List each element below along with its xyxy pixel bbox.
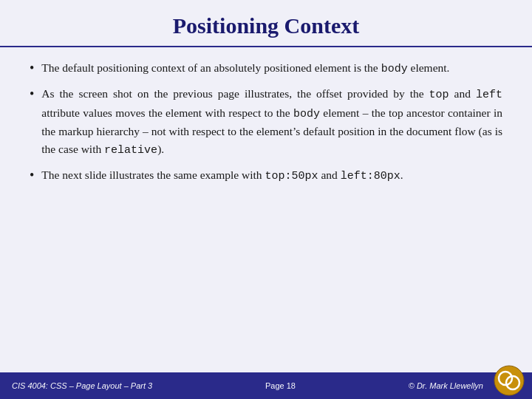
footer-course: CIS 4004: CSS – Page Layout – Part 3 (12, 381, 152, 390)
bullet-text-3: The next slide illustrates the same exam… (41, 166, 403, 185)
bullet-text-1: The default positioning context of an ab… (41, 59, 449, 78)
bullet-item-2: • As the screen shot on the previous pag… (30, 85, 502, 159)
footer-page: Page 18 (265, 381, 296, 390)
slide-header: Positioning Context (0, 0, 532, 46)
logo-svg (494, 365, 525, 396)
code-left-80px: left:80px (341, 170, 400, 183)
code-left: left (476, 89, 502, 101)
code-relative: relative (104, 144, 157, 157)
bullet-item-1: • The default positioning context of an … (30, 59, 502, 78)
footer-logo (494, 365, 526, 398)
code-body-1: body (381, 63, 408, 75)
bullet-item-3: • The next slide illustrates the same ex… (30, 166, 502, 185)
slide-footer: CIS 4004: CSS – Page Layout – Part 3 Pag… (0, 372, 532, 399)
header-divider (0, 46, 532, 47)
slide-container: Positioning Context • The default positi… (0, 0, 532, 399)
slide-content: • The default positioning context of an … (0, 52, 532, 372)
code-top: top (429, 89, 449, 101)
bullet-dot-1: • (30, 61, 34, 76)
bullet-text-2: As the screen shot on the previous page … (41, 85, 502, 159)
code-body-2: body (293, 108, 320, 120)
slide-title: Positioning Context (15, 13, 517, 38)
footer-copyright: © Dr. Mark Llewellyn (409, 381, 483, 390)
bullet-dot-2: • (30, 86, 34, 102)
code-top-50px: top:50px (265, 170, 318, 183)
bullet-dot-3: • (30, 168, 34, 183)
